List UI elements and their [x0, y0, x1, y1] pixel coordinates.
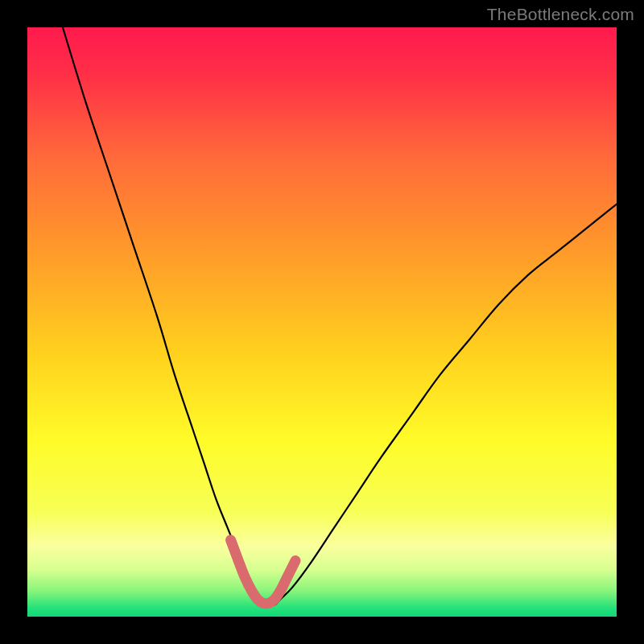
plot-area — [27, 27, 617, 617]
bottleneck-curve — [63, 27, 617, 605]
outer-frame: TheBottleneck.com — [0, 0, 644, 644]
curve-layer — [27, 27, 617, 617]
watermark-text: TheBottleneck.com — [487, 5, 634, 24]
